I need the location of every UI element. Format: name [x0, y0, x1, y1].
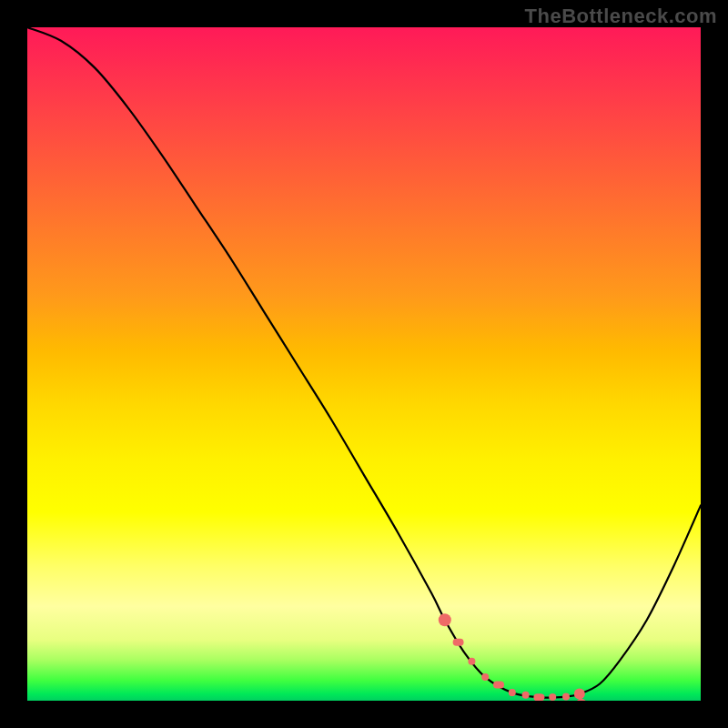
background-gradient	[27, 27, 701, 701]
plot-area	[27, 27, 701, 701]
watermark-text: TheBottleneck.com	[525, 5, 717, 28]
chart-frame: TheBottleneck.com	[0, 0, 728, 728]
